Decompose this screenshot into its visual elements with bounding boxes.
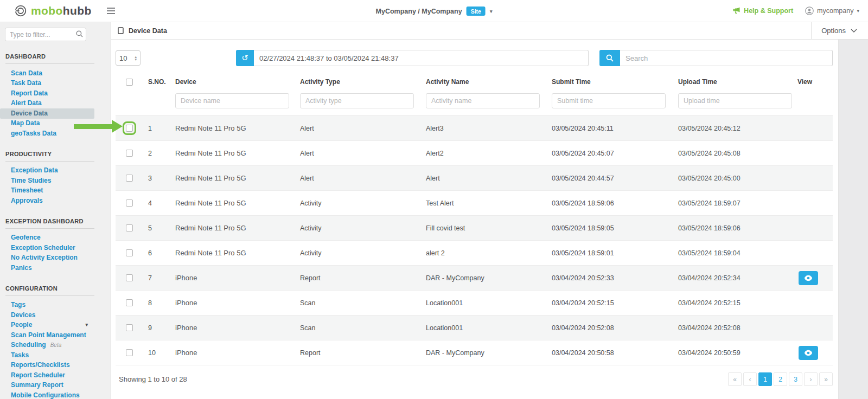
- row-checkbox-highlight: [123, 296, 136, 310]
- cell-sno: 10: [143, 340, 170, 365]
- logo-icon: [14, 4, 27, 17]
- row-checkbox[interactable]: [126, 249, 133, 256]
- sidebar-item[interactable]: Timesheet: [0, 186, 111, 196]
- row-checkbox[interactable]: [126, 274, 133, 281]
- date-range-input[interactable]: [254, 50, 589, 66]
- cell-activity-type: Activity: [295, 241, 420, 266]
- cell-upload-time: 03/05/2024 20:45:12: [673, 116, 792, 141]
- site-selector[interactable]: MyCompany / MyCompany Site ▾: [376, 0, 493, 22]
- upload-time-filter-input[interactable]: [678, 93, 792, 108]
- sidebar-item[interactable]: Approvals: [0, 196, 111, 206]
- view-button[interactable]: [799, 271, 818, 285]
- sidebar-item[interactable]: Scan Data: [0, 68, 111, 79]
- sidebar-item[interactable]: Alert Data: [0, 99, 111, 109]
- cell-submit-time: 03/05/2024 20:44:57: [546, 166, 673, 191]
- sidebar-item[interactable]: Time Studies: [0, 176, 111, 186]
- table-row: 2 Redmi Note 11 Pro 5G Alert Alert2 03/0…: [116, 141, 833, 166]
- logo-text: mobohubb: [31, 4, 92, 17]
- cell-activity-name: DAR - MyCompany: [420, 266, 546, 291]
- sidebar-item[interactable]: Task Data: [0, 79, 111, 89]
- sidebar-item[interactable]: Device Data: [0, 108, 94, 119]
- sidebar-filter-input[interactable]: [5, 28, 86, 41]
- sidebar-item[interactable]: Summary Report: [0, 381, 111, 391]
- sidebar-section-title: PRODUCTIVITY: [5, 151, 94, 162]
- cell-activity-type: Alert: [295, 116, 420, 141]
- options-button[interactable]: Options: [811, 22, 868, 39]
- search-input[interactable]: [620, 50, 833, 66]
- chevron-down-icon: ▾: [85, 321, 88, 329]
- row-checkbox[interactable]: [126, 125, 133, 132]
- sidebar-item-label: geoTasks Data: [11, 130, 56, 138]
- view-button[interactable]: [799, 346, 818, 360]
- sidebar-item-label: Devices: [11, 312, 35, 319]
- sidebar-item[interactable]: Scan Point Management: [0, 330, 111, 340]
- row-checkbox[interactable]: [126, 150, 133, 157]
- right-gutter: [838, 40, 868, 399]
- sidebar-item[interactable]: Exception Data: [0, 166, 111, 176]
- sidebar-item-label: Reports/Checklists: [11, 362, 70, 369]
- sidebar-item[interactable]: Tags: [0, 300, 111, 311]
- search-button[interactable]: [599, 50, 620, 66]
- sidebar-item-label: Timesheet: [11, 187, 43, 195]
- spinner-icon: ▴▾: [135, 55, 137, 61]
- sidebar-item[interactable]: Geofence: [0, 233, 111, 243]
- user-icon: [805, 7, 814, 15]
- sidebar-item[interactable]: Map Data: [0, 119, 111, 129]
- pagination-button[interactable]: «: [728, 372, 742, 386]
- row-checkbox[interactable]: [126, 175, 133, 182]
- sidebar-item-label: Approvals: [11, 197, 43, 205]
- row-checkbox-highlight: [123, 221, 136, 235]
- sidebar-item[interactable]: Reports/Checklists: [0, 361, 111, 371]
- pagination-button[interactable]: »: [819, 372, 833, 386]
- device-filter-input[interactable]: [175, 93, 289, 108]
- row-checkbox[interactable]: [126, 200, 133, 207]
- select-all-checkbox[interactable]: [126, 79, 133, 86]
- row-checkbox[interactable]: [126, 299, 133, 306]
- cell-sno: 8: [143, 291, 170, 316]
- row-checkbox[interactable]: [126, 224, 133, 231]
- pagination-button[interactable]: 2: [774, 372, 787, 386]
- menu-icon[interactable]: [105, 5, 117, 16]
- column-header-submit-time: Submit Time: [546, 74, 673, 89]
- sidebar-item[interactable]: Mobile Configurations: [0, 390, 111, 399]
- help-support-link[interactable]: Help & Support: [732, 7, 793, 15]
- page-title: Device Data: [129, 27, 167, 35]
- sidebar-item-label: Exception Data: [11, 167, 58, 175]
- pagination-button[interactable]: ‹: [743, 372, 757, 386]
- table-row: 5 Redmi Note 11 Pro 5G Activity Fill cov…: [116, 216, 833, 241]
- sidebar-item[interactable]: Exception Scheduler: [0, 243, 111, 253]
- sidebar-item-label: Panics: [11, 265, 32, 272]
- sidebar-item-label: Geofence: [11, 234, 41, 242]
- row-checkbox[interactable]: [126, 349, 133, 356]
- cell-sno: 3: [143, 166, 170, 191]
- sidebar-item[interactable]: Tasks: [0, 350, 111, 361]
- sidebar-item[interactable]: No Activity Exception: [0, 253, 111, 263]
- column-header-device: Device: [170, 74, 295, 89]
- submit-time-filter-input[interactable]: [552, 93, 666, 108]
- sidebar-item[interactable]: Scheduling Beta: [0, 340, 111, 351]
- user-menu[interactable]: mycompany ▾: [805, 7, 859, 15]
- topbar-right: Help & Support mycompany ▾: [732, 7, 859, 15]
- page-size-select[interactable]: 10 ▴▾: [116, 50, 141, 66]
- refresh-button[interactable]: ↺: [236, 50, 254, 66]
- sidebar-item-label: Tags: [11, 301, 25, 309]
- sidebar-item[interactable]: Report Data: [0, 88, 111, 99]
- table-row: 6 Redmi Note 11 Pro 5G Activity alert 2 …: [116, 241, 833, 266]
- sidebar-item[interactable]: Devices: [0, 310, 111, 320]
- table-filter-row: [116, 89, 833, 116]
- sidebar-item[interactable]: People ▾: [0, 320, 111, 331]
- pagination-button[interactable]: 1: [758, 372, 772, 386]
- sidebar-item[interactable]: geoTasks Data: [0, 128, 111, 139]
- pagination-button[interactable]: ›: [804, 372, 818, 386]
- row-checkbox[interactable]: [126, 324, 133, 331]
- activity-name-filter-input[interactable]: [426, 93, 540, 108]
- pagination-button[interactable]: 3: [789, 372, 802, 386]
- sidebar-section-title: CONFIGURATION: [5, 285, 94, 296]
- cell-activity-type: Alert: [295, 141, 420, 166]
- sidebar-item-label: Scan Data: [11, 70, 42, 78]
- cell-activity-name: Test Alert: [420, 191, 546, 216]
- sidebar-item[interactable]: Panics: [0, 263, 111, 273]
- sidebar-item[interactable]: Report Scheduler: [0, 370, 111, 381]
- activity-type-filter-input[interactable]: [300, 93, 414, 108]
- sidebar-section-productivity: PRODUCTIVITY Exception Data Time Studies…: [0, 151, 111, 206]
